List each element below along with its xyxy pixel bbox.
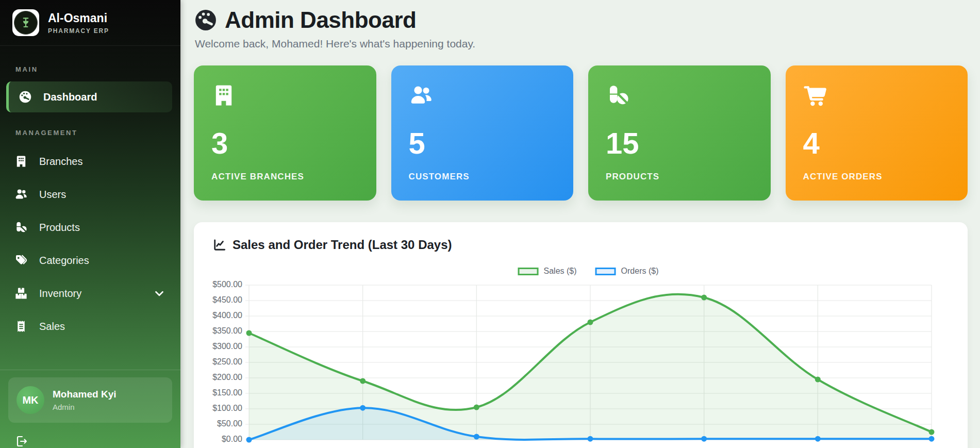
sidebar-item-label: Products [39, 222, 80, 234]
pharmacy-logo [12, 9, 39, 36]
avatar: MK [16, 386, 44, 414]
app-root: Al-Osmani PHARMACY ERP MAIN Dashboard MA… [0, 0, 980, 448]
page-header: Admin Dashboard [194, 7, 968, 33]
pharmacy-bowl-icon [14, 11, 38, 35]
stat-card-active-branches: 3 ACTIVE BRANCHES [194, 65, 376, 201]
sidebar-item-dashboard[interactable]: Dashboard [6, 81, 172, 112]
cart-icon [803, 83, 828, 108]
stat-card-active-orders: 4 ACTIVE ORDERS [786, 65, 968, 201]
sidebar-item-categories[interactable]: Categories [0, 244, 180, 277]
chevron-down-icon[interactable] [153, 287, 166, 300]
stat-label: PRODUCTS [606, 172, 753, 182]
sidebar-item-label: Sales [39, 321, 65, 333]
stat-value: 4 [803, 128, 951, 158]
sidebar-item-label: Branches [39, 156, 83, 168]
gauge-icon [19, 90, 32, 104]
welcome-subtitle: Welcome back, Mohamed! Here's what's hap… [195, 38, 968, 50]
sidebar-item-branches[interactable]: Branches [0, 145, 180, 178]
stat-value: 3 [211, 128, 359, 158]
stat-value: 15 [606, 128, 753, 158]
sidebar-item-label: Categories [39, 255, 89, 267]
user-role: Admin [53, 403, 117, 411]
gauge-icon [194, 8, 218, 32]
line-chart-plot [212, 264, 955, 448]
stat-card-customers: 5 CUSTOMERS [391, 65, 574, 201]
receipt-icon [14, 320, 28, 333]
boxes-stacked-icon [14, 287, 28, 300]
nav-section-main: MAIN [15, 65, 165, 73]
sidebar-item-products[interactable]: Products [0, 211, 180, 244]
chart-line-icon [212, 238, 226, 252]
page-title: Admin Dashboard [225, 7, 416, 33]
user-card: MK Mohamed Kyi Admin [8, 377, 172, 423]
stat-label: ACTIVE ORDERS [803, 172, 951, 182]
user-name: Mohamed Kyi [53, 389, 117, 400]
chart-title: Sales and Order Trend (Last 30 Days) [212, 238, 949, 252]
nav-section-management: MANAGEMENT [15, 129, 165, 137]
main-content: Admin Dashboard Welcome back, Mohamed! H… [180, 0, 980, 448]
brand-tagline: PHARMACY ERP [48, 27, 109, 35]
sidebar-nav: MAIN Dashboard MANAGEMENT Branches [0, 46, 180, 370]
stat-label: ACTIVE BRANCHES [211, 172, 359, 182]
pills-icon [606, 83, 630, 108]
building-icon [14, 155, 28, 168]
stats-row: 3 ACTIVE BRANCHES 5 CUSTOMERS [194, 65, 968, 201]
pills-icon [14, 221, 28, 234]
sidebar: Al-Osmani PHARMACY ERP MAIN Dashboard MA… [0, 0, 180, 448]
brand-name: Al-Osmani [48, 11, 109, 25]
sidebar-item-inventory[interactable]: Inventory [0, 277, 180, 310]
sales-trend-chart-card: Sales and Order Trend (Last 30 Days) Sal… [194, 222, 968, 448]
brand-header: Al-Osmani PHARMACY ERP [0, 0, 180, 46]
tags-icon [14, 254, 28, 267]
stat-value: 5 [409, 128, 556, 158]
stat-label: CUSTOMERS [409, 172, 556, 182]
logout-icon [15, 435, 28, 447]
sidebar-footer: MK Mohamed Kyi Admin [0, 370, 180, 448]
sidebar-item-logout[interactable] [8, 430, 172, 448]
chart-title-text: Sales and Order Trend (Last 30 Days) [232, 238, 452, 252]
stat-card-products: 15 PRODUCTS [588, 65, 771, 201]
building-icon [211, 83, 236, 108]
sidebar-item-label: Dashboard [43, 91, 97, 103]
users-icon [14, 188, 28, 201]
sidebar-item-sales[interactable]: Sales [0, 310, 180, 343]
sidebar-item-label: Inventory [39, 288, 81, 300]
users-icon [409, 83, 434, 108]
sidebar-item-users[interactable]: Users [0, 178, 180, 211]
sidebar-item-label: Users [39, 189, 66, 201]
chart-region: Sales ($) Orders ($) $500.00$450.00$400.… [212, 264, 949, 448]
